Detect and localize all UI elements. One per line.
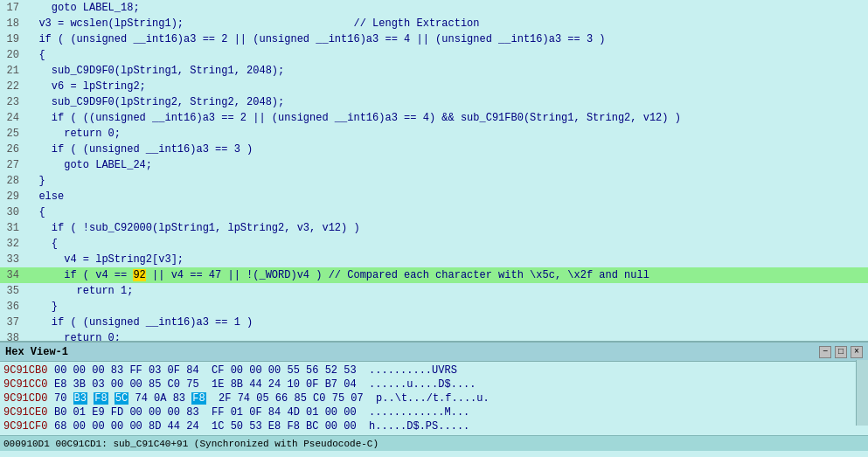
- hex-highlighted-byte: F8: [94, 392, 108, 405]
- code-line: 31 if ( !sub_C92000(lpString1, lpString2…: [0, 220, 868, 236]
- code-line: 20 {: [0, 47, 868, 63]
- line-content: {: [26, 49, 45, 61]
- code-line: 17 goto LABEL_18;: [0, 0, 868, 16]
- line-content: goto LABEL_24;: [26, 159, 152, 171]
- line-number: 33: [0, 253, 26, 266]
- hex-ascii: ..........UVRS: [369, 364, 457, 377]
- line-number: 23: [0, 96, 26, 108]
- line-number: 24: [0, 112, 26, 124]
- hex-address: 9C91CE0: [3, 406, 54, 419]
- hex-panel-wrapper: Hex View-1 − □ × 9C91CB0 00 00 00 83 FF …: [0, 341, 868, 441]
- line-content: if ( (unsigned __int16)a3 == 3 ): [26, 143, 253, 156]
- code-line: 34 if ( v4 == 92 || v4 == 47 || !(_WORD)…: [0, 267, 868, 283]
- code-line: 38 return 0;: [0, 330, 868, 341]
- line-number: 38: [0, 332, 26, 341]
- line-number: 21: [0, 65, 26, 77]
- code-line: 30 {: [0, 204, 868, 220]
- line-number: 31: [0, 222, 26, 234]
- hex-address: 9C91CD0: [3, 392, 54, 405]
- line-content: return 0;: [26, 128, 121, 140]
- line-number: 20: [0, 49, 26, 61]
- code-line: 22 v6 = lpString2;: [0, 79, 868, 94]
- line-content: else: [26, 190, 64, 203]
- hex-row: 9C91CF0 68 00 00 00 00 8D 44 24 1C 50 53…: [0, 419, 868, 433]
- code-line: 35 return 1;: [0, 283, 868, 299]
- hex-maximize-button[interactable]: □: [835, 346, 847, 358]
- line-content: if ( (unsigned __int16)a3 == 2 || (unsig…: [26, 33, 606, 45]
- code-line: 23 sub_C9D9F0(lpString2, String2, 2048);: [0, 94, 868, 110]
- line-number: 17: [0, 2, 26, 14]
- hex-ascii: ......u....D$....: [369, 378, 476, 391]
- code-line: 29 else: [0, 189, 868, 204]
- hex-bytes: 70 B3 F8 5C 74 0A 83 F8 2F 74 05 66 85 C…: [54, 392, 376, 405]
- hex-ascii: ............M...: [369, 406, 469, 419]
- line-number: 29: [0, 190, 26, 203]
- code-line: 33 v4 = lpString2[v3];: [0, 252, 868, 267]
- line-number: 26: [0, 143, 26, 156]
- line-number: 28: [0, 175, 26, 187]
- hex-bytes: 68 00 00 00 00 8D 44 24 1C 50 53 E8 F8 B…: [54, 420, 369, 433]
- hex-ascii: p..\t.../t.f....u.: [376, 392, 490, 405]
- hex-highlighted-byte: B3: [73, 392, 87, 405]
- line-content: v6 = lpString2;: [26, 80, 146, 93]
- line-number: 27: [0, 159, 26, 171]
- hex-address: 9C91CC0: [3, 378, 54, 391]
- line-number: 34: [0, 269, 26, 281]
- hex-row: 9C91CE0 B0 01 E9 FD 00 00 00 83 FF 01 0F…: [0, 405, 868, 419]
- hex-address: 9C91CF0: [3, 420, 54, 433]
- line-content: v4 = lpString2[v3];: [26, 253, 184, 266]
- hex-highlighted-byte: 5C: [115, 392, 128, 405]
- code-line: 18 v3 = wcslen(lpString1); // Length Ext…: [0, 16, 868, 31]
- line-content: if ( (unsigned __int16)a3 == 1 ): [26, 316, 253, 329]
- line-number: 36: [0, 301, 26, 313]
- line-number: 35: [0, 285, 26, 297]
- hex-address: 9C91CB0: [3, 364, 54, 377]
- hex-minimize-button[interactable]: −: [819, 346, 831, 358]
- hex-content: 9C91CB0 00 00 00 83 FF 03 0F 84 CF 00 00…: [0, 362, 868, 435]
- hex-title: Hex View-1: [5, 346, 68, 358]
- line-number: 37: [0, 316, 26, 329]
- code-line: 21 sub_C9D9F0(lpString1, String1, 2048);: [0, 63, 868, 79]
- line-number: 22: [0, 80, 26, 93]
- line-content: {: [26, 206, 45, 218]
- code-lines: 17 goto LABEL_18;18 v3 = wcslen(lpString…: [0, 0, 868, 341]
- code-line: 25 return 0;: [0, 126, 868, 142]
- code-panel: 17 goto LABEL_18;18 v3 = wcslen(lpString…: [0, 0, 868, 341]
- hex-bytes: 00 00 00 83 FF 03 0F 84 CF 00 00 00 55 5…: [54, 364, 369, 377]
- hex-title-buttons: − □ ×: [819, 346, 863, 358]
- line-content: return 0;: [26, 332, 121, 341]
- hex-close-button[interactable]: ×: [851, 346, 863, 358]
- code-line: 26 if ( (unsigned __int16)a3 == 3 ): [0, 142, 868, 157]
- line-number: 30: [0, 206, 26, 218]
- hex-status-text: 000910D1 00C91CD1: sub_C91C40+91 (Synchr…: [3, 439, 378, 449]
- line-number: 25: [0, 128, 26, 140]
- line-content: return 1;: [26, 285, 133, 297]
- highlighted-value: 92: [133, 269, 145, 281]
- line-number: 32: [0, 238, 26, 250]
- line-content: sub_C9D9F0(lpString1, String1, 2048);: [26, 65, 284, 77]
- hex-highlighted-byte: F8: [191, 392, 205, 405]
- hex-row: 9C91CC0 E8 3B 03 00 00 85 C0 75 1E 8B 44…: [0, 377, 868, 391]
- hex-status-bar: 000910D1 00C91CD1: sub_C91C40+91 (Synchr…: [0, 435, 868, 451]
- code-line: 24 if ( ((unsigned __int16)a3 == 2 || (u…: [0, 110, 868, 126]
- line-content: if ( v4 == 92 || v4 == 47 || !(_WORD)v4 …: [26, 269, 649, 281]
- code-line: 27 goto LABEL_24;: [0, 157, 868, 173]
- line-content: }: [26, 175, 45, 187]
- hex-scrollbar[interactable]: [856, 360, 868, 426]
- hex-ascii: h.....D$.PS.....: [369, 420, 469, 433]
- line-content: {: [26, 238, 58, 250]
- hex-row: 9C91CD0 70 B3 F8 5C 74 0A 83 F8 2F 74 05…: [0, 391, 868, 405]
- code-line: 32 {: [0, 236, 868, 252]
- hex-title-bar: Hex View-1 − □ ×: [0, 343, 868, 362]
- line-number: 19: [0, 33, 26, 45]
- code-line: 28 }: [0, 173, 868, 189]
- hex-bytes: E8 3B 03 00 00 85 C0 75 1E 8B 44 24 10 0…: [54, 378, 369, 391]
- code-line: 36 }: [0, 299, 868, 315]
- code-line: 19 if ( (unsigned __int16)a3 == 2 || (un…: [0, 31, 868, 47]
- line-content: v3 = wcslen(lpString1); // Length Extrac…: [26, 17, 479, 30]
- line-content: if ( !sub_C92000(lpString1, lpString2, v…: [26, 222, 360, 234]
- line-content: if ( ((unsigned __int16)a3 == 2 || (unsi…: [26, 112, 681, 124]
- code-line: 37 if ( (unsigned __int16)a3 == 1 ): [0, 315, 868, 330]
- hex-panel: Hex View-1 − □ × 9C91CB0 00 00 00 83 FF …: [0, 341, 868, 441]
- hex-row: 9C91CB0 00 00 00 83 FF 03 0F 84 CF 00 00…: [0, 364, 868, 377]
